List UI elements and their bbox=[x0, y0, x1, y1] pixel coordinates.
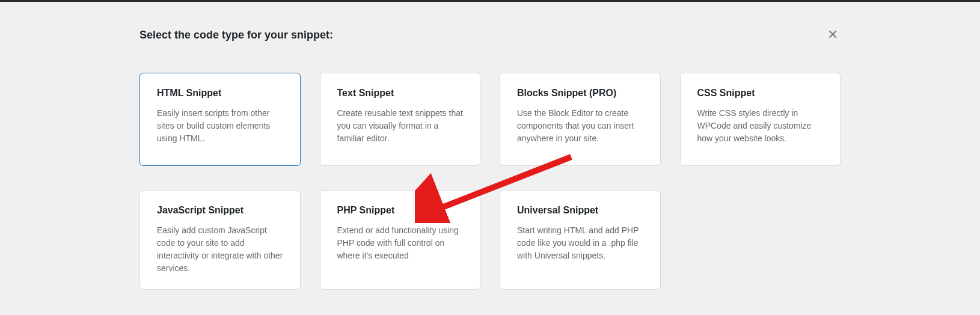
card-title: PHP Snippet bbox=[337, 205, 466, 216]
card-javascript-snippet[interactable]: JavaScript Snippet Easily add custom Jav… bbox=[139, 190, 301, 290]
close-button[interactable]: ✕ bbox=[825, 26, 841, 44]
card-universal-snippet[interactable]: Universal Snippet Start writing HTML and… bbox=[500, 190, 661, 290]
card-description: Create reusable text snippets that you c… bbox=[337, 107, 466, 145]
card-description: Easily add custom JavaScript code to you… bbox=[157, 224, 286, 275]
card-title: Universal Snippet bbox=[517, 205, 646, 216]
card-css-snippet[interactable]: CSS Snippet Write CSS styles directly in… bbox=[680, 73, 841, 166]
card-html-snippet[interactable]: HTML Snippet Easily insert scripts from … bbox=[139, 73, 301, 166]
card-text-snippet[interactable]: Text Snippet Create reusable text snippe… bbox=[320, 73, 481, 166]
card-php-snippet[interactable]: PHP Snippet Extend or add functionality … bbox=[320, 190, 481, 290]
card-description: Easily insert scripts from other sites o… bbox=[157, 107, 286, 145]
card-description: Extend or add functionality using PHP co… bbox=[337, 224, 466, 262]
card-description: Start writing HTML and add PHP code like… bbox=[517, 224, 646, 262]
card-title: Text Snippet bbox=[337, 88, 466, 99]
card-title: CSS Snippet bbox=[697, 88, 826, 99]
page-title: Select the code type for your snippet: bbox=[139, 29, 333, 41]
snippet-type-selector: Select the code type for your snippet: ✕… bbox=[0, 2, 980, 290]
card-description: Write CSS styles directly in WPCode and … bbox=[697, 107, 826, 145]
card-title: Blocks Snippet (PRO) bbox=[517, 88, 646, 99]
card-blocks-snippet[interactable]: Blocks Snippet (PRO) Use the Block Edito… bbox=[500, 73, 661, 166]
card-title: HTML Snippet bbox=[157, 88, 286, 99]
header: Select the code type for your snippet: ✕ bbox=[139, 26, 841, 44]
card-description: Use the Block Editor to create component… bbox=[517, 107, 646, 145]
card-title: JavaScript Snippet bbox=[157, 205, 286, 216]
card-grid: HTML Snippet Easily insert scripts from … bbox=[139, 73, 841, 290]
close-icon: ✕ bbox=[827, 27, 838, 42]
